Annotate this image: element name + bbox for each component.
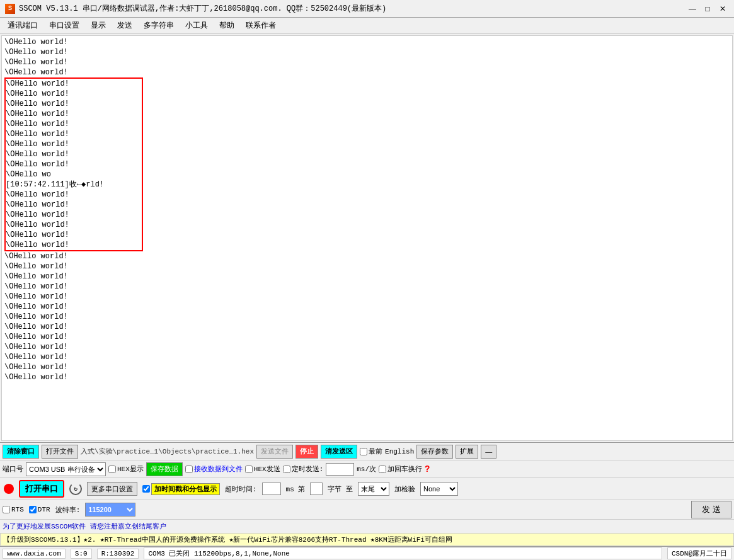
output-line: \OHello world! xyxy=(6,230,142,240)
output-line: \OHello world! xyxy=(4,372,730,382)
menu-help[interactable]: 帮助 xyxy=(214,19,239,32)
timestamp-checkbox-group: 加时间戳和分包显示 xyxy=(142,483,220,495)
menu-bar: 通讯端口 串口设置 显示 发送 多字符串 小工具 帮助 联系作者 xyxy=(0,18,734,34)
file-path-label: 入式\实验\practice_1\Objects\practice_1.hex xyxy=(81,447,254,456)
app-icon: S xyxy=(5,4,15,14)
expand-button[interactable]: 扩展 xyxy=(456,445,478,459)
output-line: \OHello world! xyxy=(6,139,142,149)
add-crlf-checkbox[interactable] xyxy=(379,466,386,473)
com-status: COM3 已关闭 115200bps,8,1,None,None xyxy=(144,547,662,559)
collapse-button[interactable]: — xyxy=(481,445,496,459)
timed-send-checkbox[interactable] xyxy=(283,466,290,473)
output-line: \OHello world! xyxy=(4,57,730,67)
save-params-button[interactable]: 保存参数 xyxy=(416,445,453,459)
byte-num-input[interactable]: 1 xyxy=(310,483,323,495)
question-icon: ? xyxy=(425,464,430,474)
output-line: \OHello world! xyxy=(4,37,730,47)
recv-to-file-label: 接收数据到文件 xyxy=(194,464,243,474)
output-line: \OHello world! xyxy=(4,362,730,372)
output-line: \OHello world! xyxy=(6,109,142,119)
save-data-button[interactable]: 保存数据 xyxy=(146,462,183,476)
output-line: \OHello world! xyxy=(6,89,142,99)
hex-send-group: HEX发送 xyxy=(245,464,280,474)
hex-display-checkbox[interactable] xyxy=(108,466,116,473)
promo-text: 为了更好地发展SSCOM软件 请您注册嘉立创结尾客户 xyxy=(3,522,166,531)
stop-button[interactable]: 停止 xyxy=(295,445,318,459)
hex-display-group: HEX显示 xyxy=(108,464,144,474)
timed-send-group: 定时发送: xyxy=(283,464,324,474)
red-bordered-group: \OHello world! \OHello world! \OHello wo… xyxy=(4,77,143,251)
rts-label: RTS xyxy=(11,506,24,513)
r-value: R:130392 xyxy=(97,549,139,559)
checksum-select[interactable]: None xyxy=(420,482,458,496)
menu-tools[interactable]: 小工具 xyxy=(180,19,213,32)
timestamp-checkbox[interactable] xyxy=(142,485,150,493)
output-line: \OHello world! xyxy=(6,210,142,220)
more-settings-button[interactable]: 更多串口设置 xyxy=(87,482,137,496)
checksum-label: 加检验 xyxy=(394,484,415,494)
output-line: \OHello world! xyxy=(6,79,142,89)
port-row: 端口号 COM3 USB 串行设备 HEX显示 保存数据 接收数据到文件 HEX… xyxy=(0,460,734,478)
output-line: \OHello wo xyxy=(6,169,142,180)
port-number-label: 端口号 xyxy=(3,464,23,474)
menu-display[interactable]: 显示 xyxy=(86,19,111,32)
output-line: \OHello world! xyxy=(4,67,730,77)
menu-comm-port[interactable]: 通讯端口 xyxy=(3,19,43,32)
dtr-checkbox[interactable] xyxy=(29,506,37,513)
output-line: \OHello world! xyxy=(6,119,142,129)
hex-send-checkbox[interactable] xyxy=(245,466,253,473)
ticker-text: 【升级到SSCOM5.13.1】★2. ★RT-Thread中国人的开源免费操作… xyxy=(3,536,452,544)
port-select[interactable]: COM3 USB 串行设备 xyxy=(26,462,106,476)
timestamp-label: 加时间戳和分包显示 xyxy=(151,483,220,495)
open-port-button[interactable]: 打开串口 xyxy=(19,480,64,498)
record-icon xyxy=(4,484,14,494)
timed-send-input[interactable]: 1000 xyxy=(326,463,354,476)
send-button[interactable]: 发 送 xyxy=(691,501,731,518)
maximize-button[interactable]: □ xyxy=(701,3,714,14)
close-button[interactable]: ✕ xyxy=(716,3,729,14)
toolbar-row: 清除窗口 打开文件 入式\实验\practice_1\Objects\pract… xyxy=(0,443,734,460)
timed-send-label: 定时发送: xyxy=(292,464,324,474)
open-port-row: 打开串口 ↻ 更多串口设置 加时间戳和分包显示 超时时间: 20 ms 第 1 … xyxy=(0,478,734,500)
output-area[interactable]: \OHello world! \OHello world! \OHello wo… xyxy=(1,35,733,441)
send-area: 发 送 xyxy=(140,501,731,518)
recv-to-file-checkbox[interactable] xyxy=(185,466,193,473)
output-line: \OHello world! xyxy=(4,322,730,332)
output-line: \OHello world! xyxy=(4,302,730,312)
rts-checkbox[interactable] xyxy=(3,506,10,513)
bottom-panels: 清除窗口 打开文件 入式\实验\practice_1\Objects\pract… xyxy=(0,442,734,533)
main-area: \OHello world! \OHello world! \OHello wo… xyxy=(0,34,734,533)
window-title: SSCOM V5.13.1 串口/网络数据调试器,作者:大虾丁丁,2618058… xyxy=(19,3,386,14)
menu-multistring[interactable]: 多字符串 xyxy=(139,19,179,32)
last-checkbox[interactable] xyxy=(360,448,367,455)
output-line: \OHello world! xyxy=(4,261,730,271)
website-label: www.daxia.com xyxy=(3,549,66,559)
timestamp-line: [10:57:42.111]收←◆rld! xyxy=(6,180,142,190)
timeout-label: 超时时间: xyxy=(225,484,257,494)
send-file-button[interactable]: 发送文件 xyxy=(256,445,293,459)
output-line: \OHello world! xyxy=(6,99,142,109)
output-line: \OHello world! xyxy=(4,271,730,282)
baud-select[interactable]: 115200 xyxy=(85,503,135,517)
menu-serial-settings[interactable]: 串口设置 xyxy=(44,19,84,32)
title-bar-controls[interactable]: — □ ✕ xyxy=(686,3,729,14)
news-ticker: 【升级到SSCOM5.13.1】★2. ★RT-Thread中国人的开源免费操作… xyxy=(0,533,734,546)
menu-send[interactable]: 发送 xyxy=(112,19,137,32)
open-file-button[interactable]: 打开文件 xyxy=(42,445,78,459)
minimize-button[interactable]: — xyxy=(686,3,699,14)
promo-row: 为了更好地发展SSCOM软件 请您注册嘉立创结尾客户 xyxy=(0,519,734,533)
clear-window-button[interactable]: 清除窗口 xyxy=(3,445,39,459)
output-line: \OHello world! xyxy=(4,292,730,302)
output-line: \OHello world! xyxy=(4,342,730,352)
refresh-icon[interactable]: ↻ xyxy=(69,483,82,495)
timeout-input[interactable]: 20 xyxy=(262,483,281,495)
clear-send-area-button[interactable]: 清发送区 xyxy=(321,445,357,459)
add-crlf-label: 加回车换行 xyxy=(387,464,422,474)
output-line: \OHello world! xyxy=(6,200,142,210)
title-bar-left: S SSCOM V5.13.1 串口/网络数据调试器,作者:大虾丁丁,26180… xyxy=(5,3,386,14)
output-line: \OHello world! xyxy=(4,332,730,342)
output-line: \OHello world! xyxy=(6,220,142,230)
menu-contact[interactable]: 联系作者 xyxy=(241,19,281,32)
baud-label: 波特率: xyxy=(55,505,81,515)
end-select[interactable]: 末尾 xyxy=(358,482,389,496)
